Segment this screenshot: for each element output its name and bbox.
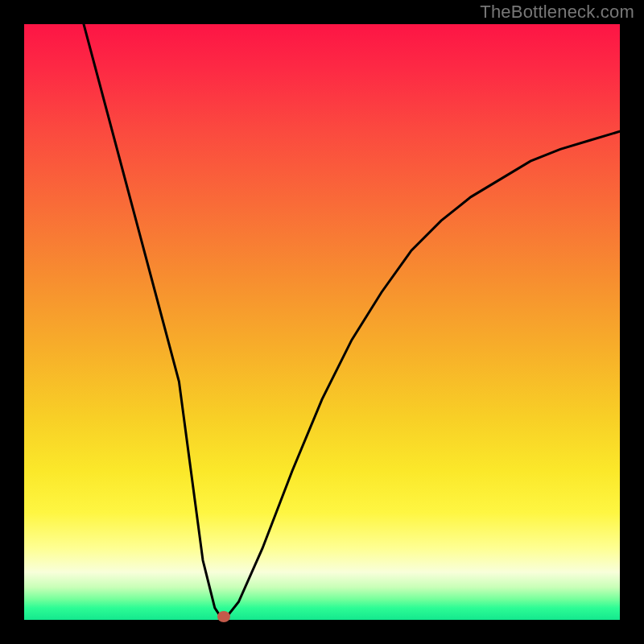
chart-frame: TheBottleneck.com [0,0,644,644]
watermark-text: TheBottleneck.com [480,2,634,23]
curve-svg [24,24,620,620]
optimal-point-marker [217,611,230,622]
plot-area [24,24,620,620]
bottleneck-curve [84,24,620,617]
